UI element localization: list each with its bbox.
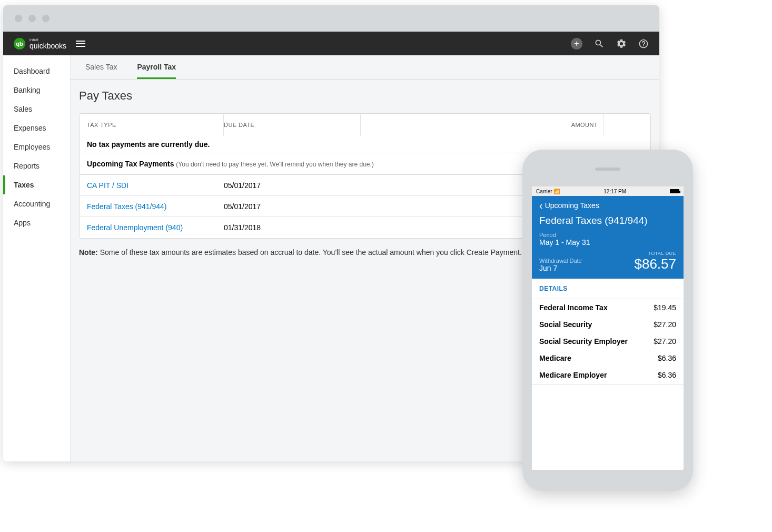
due-date: 05/01/2017 (224, 202, 361, 211)
sidebar-item-accounting[interactable]: Accounting (3, 194, 70, 213)
col-header-due: DUE DATE (224, 114, 361, 136)
chevron-left-icon: ‹ (539, 200, 543, 211)
topbar-actions: + (571, 38, 649, 50)
page-title: Pay Taxes (71, 80, 659, 113)
withdrawal-label: Withdrawal Date (539, 258, 582, 264)
help-icon[interactable] (638, 38, 649, 49)
detail-amount: $27.20 (654, 337, 676, 346)
withdrawal-value: Jun 7 (539, 264, 582, 272)
sidebar: Dashboard Banking Sales Expenses Employe… (3, 55, 71, 461)
hamburger-icon[interactable] (76, 41, 85, 47)
brand-logo[interactable]: qb intuit quickbooks (14, 38, 66, 50)
brand-quickbooks: quickbooks (29, 42, 66, 50)
window-dot[interactable] (42, 15, 50, 22)
gear-icon[interactable] (616, 38, 627, 49)
status-time: 12:17 PM (603, 189, 626, 194)
divider (532, 385, 684, 385)
detail-amount: $6.36 (658, 371, 676, 379)
tax-tabs: Sales Tax Payroll Tax (71, 55, 659, 80)
col-header-amount: AMOUNT (361, 114, 603, 136)
brand-name: intuit quickbooks (29, 38, 66, 50)
detail-label: Medicare Employer (539, 371, 607, 379)
sidebar-item-apps[interactable]: Apps (3, 213, 70, 232)
detail-row: Social Security $27.20 (532, 316, 684, 333)
sidebar-item-banking[interactable]: Banking (3, 81, 70, 100)
tax-type-link[interactable]: Federal Unemployment (940) (87, 223, 224, 232)
window-dot[interactable] (28, 15, 36, 22)
sidebar-item-expenses[interactable]: Expenses (3, 119, 70, 137)
sidebar-item-reports[interactable]: Reports (3, 156, 70, 175)
phone-title: Federal Taxes (941/944) (539, 215, 676, 226)
sidebar-item-employees[interactable]: Employees (3, 137, 70, 156)
footnote-text: Some of these tax amounts are estimates … (100, 248, 522, 257)
detail-row: Social Security Employer $27.20 (532, 333, 684, 350)
phone-status-bar: Carrier 📶 12:17 PM (532, 186, 684, 196)
detail-amount: $19.45 (654, 303, 676, 312)
sidebar-item-sales[interactable]: Sales (3, 100, 70, 119)
window-titlebar (3, 5, 659, 32)
detail-amount: $6.36 (658, 354, 676, 362)
sidebar-item-dashboard[interactable]: Dashboard (3, 62, 70, 81)
total-due-value: $86.57 (634, 256, 676, 272)
wifi-icon: 📶 (553, 189, 560, 194)
col-header-type: TAX TYPE (87, 114, 224, 136)
add-icon[interactable]: + (571, 38, 582, 50)
upcoming-header-title: Upcoming Tax Payments (87, 160, 174, 168)
qb-logo-icon: qb (14, 38, 25, 50)
tab-payroll-tax[interactable]: Payroll Tax (137, 63, 176, 79)
phone-header: ‹ Upcoming Taxes Federal Taxes (941/944)… (532, 196, 684, 279)
sidebar-item-taxes[interactable]: Taxes (3, 175, 70, 194)
app-topbar: qb intuit quickbooks + (3, 32, 659, 55)
detail-label: Social Security (539, 320, 592, 329)
upcoming-header-note: (You don't need to pay these yet. We'll … (176, 161, 373, 168)
period-label: Period (539, 232, 676, 238)
detail-row: Medicare Employer $6.36 (532, 367, 684, 383)
window-dot[interactable] (15, 15, 22, 22)
due-date: 01/31/2018 (224, 223, 361, 232)
detail-row: Medicare $6.36 (532, 350, 684, 367)
tax-type-link[interactable]: CA PIT / SDI (87, 181, 224, 190)
back-button[interactable]: ‹ Upcoming Taxes (539, 200, 676, 211)
detail-amount: $27.20 (654, 320, 676, 329)
tab-sales-tax[interactable]: Sales Tax (85, 63, 117, 79)
status-right (670, 189, 679, 193)
phone-mockup: Carrier 📶 12:17 PM ‹ Upcoming Taxes Fede… (522, 150, 693, 491)
carrier-label: Carrier 📶 (536, 189, 560, 194)
total-due-label: TOTAL DUE (634, 251, 676, 256)
footnote-label: Note: (79, 248, 98, 257)
table-header: TAX TYPE DUE DATE AMOUNT (80, 114, 650, 136)
search-icon[interactable] (594, 38, 605, 49)
detail-label: Federal Income Tax (539, 303, 608, 312)
detail-row: Federal Income Tax $19.45 (532, 299, 684, 316)
phone-screen: Carrier 📶 12:17 PM ‹ Upcoming Taxes Fede… (532, 186, 684, 470)
details-list: Federal Income Tax $19.45 Social Securit… (532, 299, 684, 383)
detail-label: Medicare (539, 354, 571, 362)
back-label: Upcoming Taxes (545, 201, 599, 210)
tax-type-link[interactable]: Federal Taxes (941/944) (87, 202, 224, 211)
phone-speaker (595, 168, 620, 171)
due-date: 05/01/2017 (224, 181, 361, 190)
details-header: DETAILS (532, 279, 684, 299)
detail-label: Social Security Employer (539, 337, 628, 346)
battery-icon (670, 189, 679, 193)
period-value: May 1 - May 31 (539, 238, 676, 247)
